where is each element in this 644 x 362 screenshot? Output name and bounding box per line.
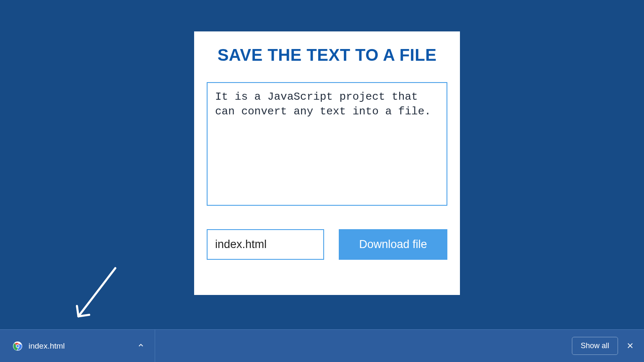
close-icon[interactable] — [618, 340, 644, 352]
downloads-bar: index.html Show all — [0, 329, 644, 362]
filename-input[interactable] — [207, 229, 324, 260]
controls-row: Download file — [207, 229, 447, 260]
annotation-arrow-icon — [73, 266, 119, 325]
svg-line-0 — [78, 268, 115, 316]
download-chip[interactable]: index.html — [0, 330, 155, 362]
download-file-button[interactable]: Download file — [339, 229, 447, 260]
download-filename: index.html — [29, 341, 135, 351]
chrome-icon — [13, 341, 23, 351]
chevron-up-icon[interactable] — [135, 339, 147, 353]
card-title: SAVE THE TEXT TO A FILE — [207, 46, 447, 65]
text-content-textarea[interactable] — [207, 82, 447, 206]
show-all-button[interactable]: Show all — [572, 337, 618, 355]
save-text-card: SAVE THE TEXT TO A FILE Download file — [194, 31, 460, 295]
